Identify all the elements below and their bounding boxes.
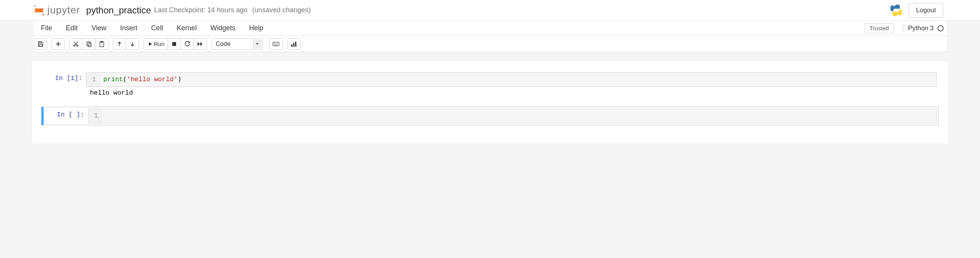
cell-output: hello world bbox=[86, 87, 937, 99]
move-down-button[interactable] bbox=[126, 38, 139, 50]
menu-view[interactable]: View bbox=[85, 21, 113, 35]
svg-rect-12 bbox=[172, 42, 176, 46]
menu-file[interactable]: File bbox=[34, 21, 59, 35]
svg-point-6 bbox=[74, 45, 75, 46]
svg-point-7 bbox=[77, 45, 78, 46]
svg-rect-9 bbox=[88, 43, 91, 47]
code-input[interactable]: 1 print('hello world') bbox=[86, 72, 937, 87]
save-icon bbox=[38, 41, 44, 47]
svg-rect-4 bbox=[39, 42, 41, 43]
code-cell[interactable]: In [1]: 1 print('hello world') . hello w… bbox=[41, 70, 939, 101]
jupyter-logo-text: jupyter bbox=[47, 4, 80, 16]
svg-point-1 bbox=[42, 13, 44, 15]
cell-type-select[interactable]: Code bbox=[212, 38, 262, 50]
notebook-title[interactable]: python_practice bbox=[86, 5, 151, 16]
save-button[interactable] bbox=[34, 38, 47, 50]
run-button[interactable]: Run bbox=[144, 38, 168, 50]
trusted-indicator[interactable]: Trusted bbox=[865, 23, 894, 33]
kernel-idle-icon bbox=[938, 25, 944, 31]
restart-run-all-button[interactable] bbox=[194, 38, 207, 50]
unsaved-changes-text: (unsaved changes) bbox=[252, 6, 311, 14]
menu-insert[interactable]: Insert bbox=[113, 21, 144, 35]
input-prompt: In [ ]: bbox=[45, 109, 88, 123]
run-label: Run bbox=[154, 41, 165, 47]
jupyter-logo[interactable]: jupyter bbox=[33, 4, 80, 16]
menu-widgets[interactable]: Widgets bbox=[204, 21, 242, 35]
insert-cell-below-button[interactable] bbox=[52, 38, 65, 50]
input-prompt: In [1]: bbox=[43, 72, 86, 87]
command-palette-button[interactable] bbox=[269, 38, 283, 50]
copy-icon bbox=[86, 41, 92, 47]
svg-rect-15 bbox=[293, 43, 294, 46]
cell-type-value: Code bbox=[216, 41, 230, 47]
line-number: 1 bbox=[88, 109, 101, 123]
jupyter-logo-icon bbox=[33, 4, 45, 16]
checkpoint-text: Last Checkpoint: 14 hours ago bbox=[154, 6, 248, 14]
svg-point-2 bbox=[893, 5, 895, 6]
copy-button[interactable] bbox=[82, 38, 95, 50]
line-number: 1 bbox=[87, 73, 100, 87]
menubar: File Edit View Insert Cell Kernel Widget… bbox=[32, 21, 948, 36]
header-bar: jupyter python_practice Last Checkpoint:… bbox=[0, 0, 980, 21]
keyboard-icon bbox=[273, 41, 279, 47]
code-text[interactable]: print('hello world') bbox=[100, 73, 936, 87]
svg-rect-14 bbox=[291, 44, 292, 46]
svg-point-0 bbox=[34, 5, 36, 7]
kernel-name: Python 3 bbox=[908, 24, 934, 32]
svg-rect-8 bbox=[87, 42, 90, 46]
arrow-up-icon bbox=[117, 41, 122, 47]
menu-help[interactable]: Help bbox=[242, 21, 270, 35]
kernel-indicator[interactable]: Python 3 bbox=[903, 24, 944, 32]
move-up-button[interactable] bbox=[113, 38, 126, 50]
code-cell[interactable]: In [ ]: 1 bbox=[41, 107, 939, 125]
cell-toolbar-button[interactable] bbox=[287, 38, 301, 50]
arrow-down-icon bbox=[130, 41, 135, 47]
restart-icon bbox=[185, 41, 190, 47]
interrupt-button[interactable] bbox=[168, 38, 181, 50]
svg-rect-5 bbox=[39, 44, 42, 46]
plus-icon bbox=[56, 41, 61, 47]
python-icon bbox=[890, 4, 903, 17]
notebook-container: In [1]: 1 print('hello world') . hello w… bbox=[32, 61, 948, 144]
bar-chart-icon bbox=[291, 41, 297, 47]
output-prompt-spacer: . bbox=[43, 87, 86, 99]
cut-button[interactable] bbox=[69, 38, 82, 50]
chevron-down-icon bbox=[253, 39, 261, 49]
code-text[interactable] bbox=[101, 109, 936, 123]
paste-icon bbox=[99, 41, 105, 47]
run-icon bbox=[147, 41, 152, 47]
paste-button[interactable] bbox=[95, 38, 108, 50]
logout-button[interactable]: Logout bbox=[909, 3, 943, 18]
svg-point-3 bbox=[898, 14, 899, 15]
menu-cell[interactable]: Cell bbox=[144, 21, 170, 35]
menu-kernel[interactable]: Kernel bbox=[170, 21, 204, 35]
code-input[interactable]: 1 bbox=[88, 109, 937, 123]
scissors-icon bbox=[73, 41, 79, 47]
restart-button[interactable] bbox=[181, 38, 194, 50]
fast-forward-icon bbox=[197, 41, 203, 47]
toolbar: Run Code bbox=[32, 36, 948, 52]
svg-rect-16 bbox=[295, 42, 296, 46]
menu-edit[interactable]: Edit bbox=[59, 21, 85, 35]
stop-icon bbox=[172, 42, 176, 46]
